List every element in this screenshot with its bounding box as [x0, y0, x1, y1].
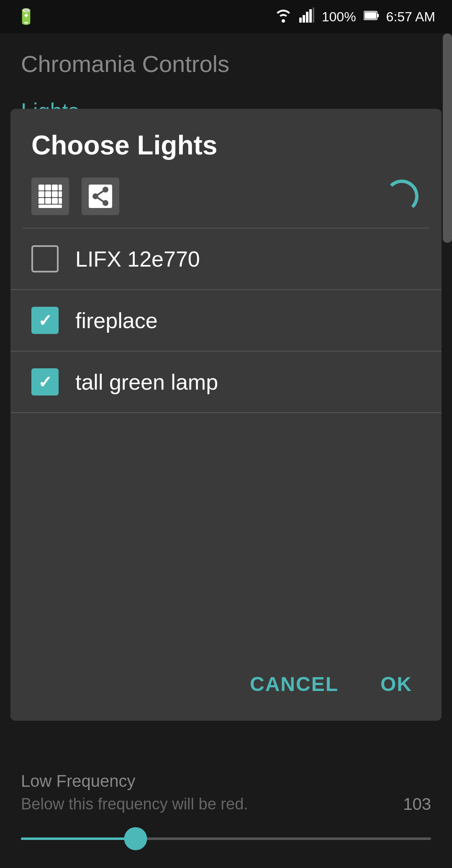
bottom-label: Low Frequency: [21, 772, 431, 791]
wifi-icon-status: [275, 8, 292, 26]
choose-lights-dialog: Choose Lights: [10, 109, 442, 721]
battery-status-icon: 🔋: [17, 8, 36, 26]
svg-rect-12: [39, 191, 44, 197]
time-display: 6:57 AM: [386, 9, 435, 25]
cancel-button[interactable]: CANCEL: [241, 668, 347, 700]
slider-track: [21, 837, 431, 840]
grid-icon: [37, 183, 64, 210]
slider-thumb[interactable]: [124, 827, 147, 850]
slider-fill: [21, 837, 136, 840]
svg-rect-0: [299, 18, 302, 23]
svg-rect-13: [45, 191, 51, 197]
bottom-content: Low Frequency Below this frequency will …: [0, 755, 452, 868]
svg-rect-20: [39, 205, 62, 208]
loading-spinner-container: [383, 177, 421, 215]
loading-spinner: [385, 180, 419, 213]
checkmark-fireplace: ✓: [38, 312, 52, 329]
svg-rect-7: [365, 12, 376, 19]
svg-rect-6: [377, 14, 379, 17]
bottom-description-row: Below this frequency will be red. 103: [21, 795, 431, 814]
list-item-label-fireplace: fireplace: [75, 308, 158, 333]
grid-view-button[interactable]: [31, 177, 69, 215]
svg-rect-21: [89, 185, 112, 208]
dialog-actions: CANCEL OK: [10, 656, 442, 721]
checkbox-tall-lamp[interactable]: ✓: [31, 368, 59, 395]
checkbox-fireplace[interactable]: ✓: [31, 307, 59, 334]
status-bar-left: 🔋: [17, 8, 36, 26]
svg-rect-19: [59, 198, 62, 204]
svg-rect-17: [45, 198, 51, 204]
svg-rect-16: [39, 198, 44, 204]
app-title: Chromania Controls: [21, 51, 229, 77]
checkmark-tall-lamp: ✓: [38, 374, 52, 390]
svg-rect-18: [52, 198, 58, 204]
battery-percent: 100%: [322, 9, 356, 25]
svg-rect-14: [52, 191, 58, 197]
bottom-value: 103: [403, 795, 431, 814]
status-bar-right: 100% 6:57 AM: [275, 8, 435, 26]
frequency-slider-container[interactable]: [21, 826, 431, 851]
share-icon: [87, 183, 114, 210]
svg-rect-11: [59, 185, 62, 190]
svg-rect-3: [309, 9, 312, 23]
svg-rect-15: [59, 191, 62, 197]
dialog-empty-area: [10, 413, 442, 656]
svg-rect-9: [45, 185, 51, 190]
list-item-label-lifx: LIFX 12e770: [75, 247, 200, 272]
share-view-button[interactable]: [82, 177, 119, 215]
ok-button[interactable]: OK: [372, 668, 421, 700]
app-header: Chromania Controls: [0, 33, 452, 86]
status-bar: 🔋 100% 6:57 AM: [0, 0, 452, 33]
signal-icon-status: [299, 8, 314, 26]
bottom-description: Below this frequency will be red.: [21, 795, 248, 813]
svg-rect-4: [313, 8, 314, 23]
checkbox-lifx[interactable]: [31, 245, 59, 272]
list-item-tall-lamp[interactable]: ✓ tall green lamp: [10, 352, 442, 413]
list-item-label-tall-lamp: tall green lamp: [75, 370, 218, 395]
svg-rect-10: [52, 185, 58, 190]
dialog-title: Choose Lights: [31, 130, 217, 161]
list-item-fireplace[interactable]: ✓ fireplace: [10, 290, 442, 352]
svg-rect-2: [306, 12, 308, 23]
svg-rect-8: [39, 185, 44, 190]
scrollbar[interactable]: [443, 33, 452, 243]
dialog-header: Choose Lights: [10, 109, 442, 173]
list-item-lifx[interactable]: LIFX 12e770: [10, 229, 442, 290]
svg-rect-1: [303, 15, 305, 23]
battery-full-icon: [364, 9, 379, 25]
dialog-toolbar: [10, 173, 442, 228]
